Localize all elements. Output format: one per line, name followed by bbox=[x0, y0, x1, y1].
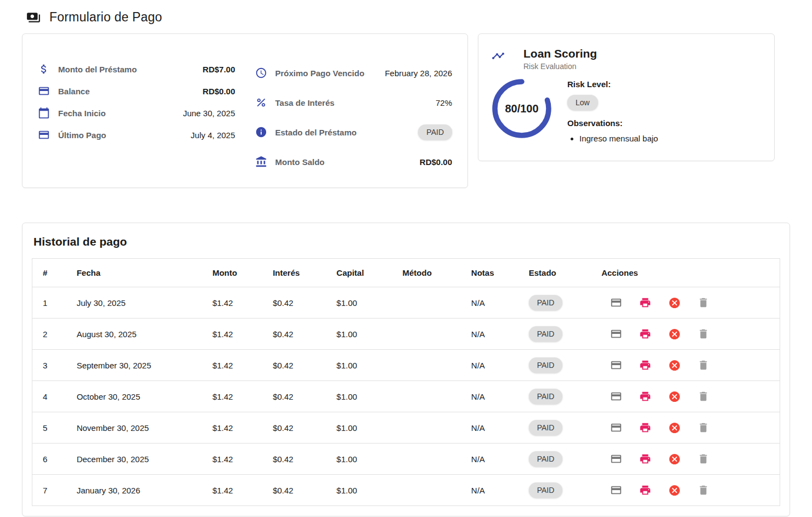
row-metodo bbox=[392, 350, 461, 381]
row-notas: N/A bbox=[461, 350, 518, 381]
col-header-notas: Notas bbox=[461, 259, 518, 287]
cancel-button[interactable] bbox=[664, 323, 685, 344]
cancel-icon bbox=[668, 328, 681, 340]
row-number: 6 bbox=[32, 444, 66, 475]
page-title: Formulario de Pago bbox=[49, 10, 162, 25]
cancel-button[interactable] bbox=[664, 386, 685, 407]
row-actions bbox=[606, 480, 780, 501]
row-capital: $1.00 bbox=[326, 350, 392, 381]
col-header-num: # bbox=[32, 259, 66, 287]
print-button[interactable] bbox=[635, 386, 656, 407]
print-button[interactable] bbox=[635, 323, 656, 344]
delete-button[interactable] bbox=[693, 386, 714, 407]
delete-button[interactable] bbox=[693, 448, 714, 469]
row-fecha: December 30, 2025 bbox=[66, 444, 202, 475]
row-actions bbox=[606, 448, 780, 469]
payment-history-body: 1 July 30, 2025 $1.42 $0.42 $1.00 N/A PA… bbox=[32, 287, 780, 506]
payment-card-button[interactable] bbox=[606, 417, 627, 438]
card-icon bbox=[610, 359, 622, 371]
row-interes: $0.42 bbox=[262, 319, 326, 350]
row-estado-cell: PAID bbox=[518, 319, 591, 350]
row-interes: $0.42 bbox=[262, 444, 326, 475]
print-button[interactable] bbox=[635, 448, 656, 469]
payment-card-button[interactable] bbox=[606, 448, 627, 469]
row-number: 3 bbox=[32, 350, 66, 381]
delete-button[interactable] bbox=[693, 417, 714, 438]
loan-status-label: Estado del Préstamo bbox=[275, 128, 357, 137]
col-header-capital: Capital bbox=[326, 259, 392, 287]
cancel-button[interactable] bbox=[664, 417, 685, 438]
next-payment-label: Próximo Pago Vencido bbox=[275, 69, 365, 78]
row-acciones bbox=[591, 287, 780, 319]
delete-icon bbox=[697, 453, 709, 465]
row-metodo bbox=[392, 381, 461, 412]
remaining-amount-row: Monto Saldo RD$0.00 bbox=[255, 147, 453, 177]
delete-button[interactable] bbox=[693, 355, 714, 376]
delete-button[interactable] bbox=[693, 292, 714, 313]
row-interes: $0.42 bbox=[262, 475, 326, 506]
cancel-button[interactable] bbox=[664, 355, 685, 376]
print-button[interactable] bbox=[635, 417, 656, 438]
delete-button[interactable] bbox=[693, 323, 714, 344]
row-notas: N/A bbox=[461, 444, 518, 475]
status-badge: PAID bbox=[529, 451, 563, 467]
row-estado-cell: PAID bbox=[518, 412, 591, 444]
loan-scoring-body: 80/100 Risk Level: Low Observations: Ing… bbox=[492, 78, 761, 145]
print-icon bbox=[639, 328, 651, 340]
interest-rate-label: Tasa de Interés bbox=[275, 98, 335, 107]
status-badge: PAID bbox=[529, 482, 563, 498]
remaining-amount-label: Monto Saldo bbox=[275, 157, 325, 167]
row-acciones bbox=[591, 475, 780, 506]
cancel-button[interactable] bbox=[664, 448, 685, 469]
payments-icon bbox=[26, 10, 41, 25]
payment-card-button[interactable] bbox=[606, 480, 627, 501]
print-button[interactable] bbox=[635, 355, 656, 376]
print-button[interactable] bbox=[635, 292, 656, 313]
row-interes: $0.42 bbox=[262, 412, 326, 444]
col-header-estado: Estado bbox=[518, 259, 591, 287]
loan-status-badge: PAID bbox=[418, 124, 452, 140]
cancel-button[interactable] bbox=[664, 480, 685, 501]
interest-rate-value: 72% bbox=[436, 98, 452, 107]
table-row: 6 December 30, 2025 $1.42 $0.42 $1.00 N/… bbox=[32, 444, 780, 475]
card-icon bbox=[610, 484, 622, 496]
payment-card-button[interactable] bbox=[606, 292, 627, 313]
observations-list: Ingreso mensual bajo bbox=[579, 134, 658, 143]
loan-amount-row: Monto del Préstamo RD$7.00 bbox=[38, 58, 235, 80]
row-metodo bbox=[392, 444, 461, 475]
payment-card-button[interactable] bbox=[606, 355, 627, 376]
row-fecha: October 30, 2025 bbox=[66, 381, 202, 412]
col-header-monto: Monto bbox=[202, 259, 262, 287]
last-payment-label: Último Pago bbox=[58, 130, 106, 140]
delete-icon bbox=[697, 390, 709, 402]
remaining-amount-value: RD$0.00 bbox=[420, 157, 452, 167]
print-icon bbox=[639, 453, 651, 465]
loan-scoring-title: Loan Scoring bbox=[523, 47, 597, 60]
row-monto: $1.42 bbox=[202, 444, 262, 475]
print-icon bbox=[639, 359, 651, 371]
payment-history-card: Historial de pago # Fecha Monto Interés … bbox=[22, 223, 790, 516]
delete-icon bbox=[697, 359, 709, 371]
row-estado-cell: PAID bbox=[518, 381, 591, 412]
clock-icon bbox=[255, 67, 267, 79]
payment-card-button[interactable] bbox=[606, 323, 627, 344]
cancel-button[interactable] bbox=[664, 292, 685, 313]
payment-history-title: Historial de pago bbox=[33, 235, 780, 248]
loan-details-left-column: Monto del Préstamo RD$7.00 Balance RD$0.… bbox=[38, 58, 235, 177]
delete-button[interactable] bbox=[693, 480, 714, 501]
print-button[interactable] bbox=[635, 480, 656, 501]
loan-scoring-titles: Loan Scoring Risk Evaluation bbox=[523, 47, 597, 71]
delete-icon bbox=[697, 484, 709, 496]
row-acciones bbox=[591, 381, 780, 412]
row-actions bbox=[606, 292, 780, 313]
row-monto: $1.42 bbox=[202, 287, 262, 319]
observations-label: Observations: bbox=[567, 118, 658, 128]
table-row: 2 August 30, 2025 $1.42 $0.42 $1.00 N/A … bbox=[32, 319, 780, 350]
table-header-row: # Fecha Monto Interés Capital Método Not… bbox=[32, 259, 780, 287]
cancel-icon bbox=[668, 453, 681, 465]
start-date-value: June 30, 2025 bbox=[183, 109, 235, 118]
row-monto: $1.42 bbox=[202, 475, 262, 506]
row-acciones bbox=[591, 350, 780, 381]
row-capital: $1.00 bbox=[326, 412, 392, 444]
payment-card-button[interactable] bbox=[606, 386, 627, 407]
